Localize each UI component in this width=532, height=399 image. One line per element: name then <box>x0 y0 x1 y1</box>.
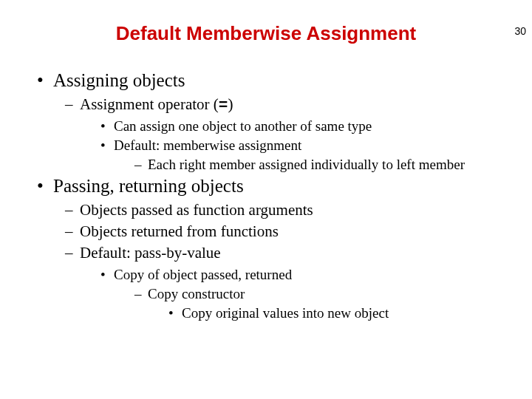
point-copy-original-values: Copy original values into new object <box>167 305 517 321</box>
page-number: 30 <box>514 25 526 37</box>
equals-operator: = <box>219 97 228 114</box>
sub-pass-by-value: Default: pass-by-value Copy of object pa… <box>64 244 517 321</box>
slide-title: Default Memberwise Assignment <box>0 22 532 45</box>
point-can-assign: Can assign one object to another of same… <box>99 118 517 134</box>
text-fragment: Assignment operator ( <box>80 95 219 113</box>
bullet-text: Assigning objects <box>53 70 185 90</box>
bullet-text: Copy of object passed, returned <box>114 267 292 282</box>
point-each-member: Each right member assigned individually … <box>133 157 517 173</box>
point-copy-constructor: Copy constructor Copy original values in… <box>133 286 517 321</box>
bullet-passing-returning: Passing, returning objects Objects passe… <box>33 176 517 321</box>
point-copy-of-object: Copy of object passed, returned Copy con… <box>99 267 517 321</box>
slide-content: Assigning objects Assignment operator (=… <box>0 70 532 321</box>
bullet-text: Default: memberwise assignment <box>114 137 301 153</box>
sub-assignment-operator: Assignment operator (=) Can assign one o… <box>64 95 517 173</box>
text-fragment: ) <box>228 95 233 113</box>
bullet-assigning-objects: Assigning objects Assignment operator (=… <box>33 70 517 173</box>
point-default-memberwise: Default: memberwise assignment Each righ… <box>99 137 517 173</box>
bullet-text: Passing, returning objects <box>53 176 244 196</box>
bullet-text: Copy constructor <box>148 286 245 301</box>
sub-passed-as-args: Objects passed as function arguments <box>64 201 517 219</box>
sub-returned-from-funcs: Objects returned from functions <box>64 222 517 241</box>
slide: 30 Default Memberwise Assignment Assigni… <box>0 22 532 399</box>
bullet-text: Default: pass-by-value <box>80 244 221 262</box>
